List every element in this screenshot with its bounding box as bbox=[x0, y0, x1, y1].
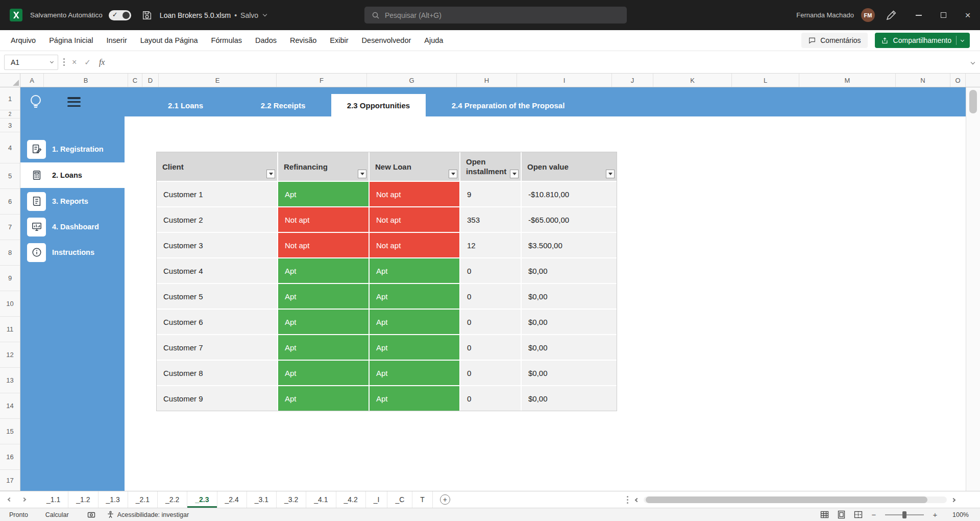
maximize-button[interactable] bbox=[931, 0, 955, 30]
sheet-tab-c[interactable]: _C bbox=[387, 491, 412, 508]
nav-tab-receipts[interactable]: 2.2 Receipts bbox=[247, 94, 319, 116]
new-loan-cell[interactable]: Not apt bbox=[370, 182, 459, 206]
comments-button[interactable]: Comentários bbox=[801, 33, 867, 48]
row-header-16[interactable]: 16 bbox=[0, 444, 20, 470]
new-loan-cell[interactable]: Apt bbox=[370, 310, 459, 334]
new-loan-cell[interactable]: Apt bbox=[370, 361, 459, 385]
filter-dropdown-icon[interactable] bbox=[510, 170, 519, 178]
open-installment-cell[interactable]: 353 bbox=[460, 207, 521, 232]
editing-pen-icon[interactable] bbox=[885, 9, 897, 21]
refinancing-cell[interactable]: Apt bbox=[278, 335, 369, 360]
client-cell[interactable]: Customer 7 bbox=[157, 335, 277, 360]
open-value-cell[interactable]: $3.500,00 bbox=[522, 233, 617, 257]
open-value-cell[interactable]: $0,00 bbox=[522, 386, 617, 411]
refinancing-cell[interactable]: Apt bbox=[278, 310, 369, 334]
refinancing-cell[interactable]: Apt bbox=[278, 182, 369, 206]
autosave-toggle[interactable]: ✓ bbox=[109, 10, 131, 20]
ribbon-tab-arquivo[interactable]: Arquivo bbox=[4, 36, 42, 44]
row-header-6[interactable]: 6 bbox=[0, 189, 20, 215]
new-loan-cell[interactable]: Apt bbox=[370, 335, 459, 360]
row-header-3[interactable]: 3 bbox=[0, 119, 20, 132]
sheet-tab-3-1[interactable]: _3.1 bbox=[247, 491, 277, 508]
column-header-n[interactable]: N bbox=[896, 74, 950, 87]
new-loan-cell[interactable]: Apt bbox=[370, 258, 459, 283]
open-value-cell[interactable]: $0,00 bbox=[522, 310, 617, 334]
open-installment-cell[interactable]: 0 bbox=[460, 335, 521, 360]
ribbon-tab-exibir[interactable]: Exibir bbox=[323, 36, 355, 44]
ribbon-tab-pagina-inicial[interactable]: Página Inicial bbox=[42, 36, 100, 44]
sidebar-item-loans[interactable]: 2. Loans bbox=[20, 162, 125, 188]
open-installment-cell[interactable]: 0 bbox=[460, 284, 521, 309]
filter-dropdown-icon[interactable] bbox=[358, 170, 366, 178]
new-loan-cell[interactable]: Apt bbox=[370, 284, 459, 309]
client-cell[interactable]: Customer 5 bbox=[157, 284, 277, 309]
row-header-14[interactable]: 14 bbox=[0, 393, 20, 419]
vertical-scrollbar[interactable] bbox=[966, 87, 980, 491]
column-header-j[interactable]: J bbox=[612, 74, 653, 87]
refinancing-cell[interactable]: Not apt bbox=[278, 207, 369, 232]
new-loan-cell[interactable]: Apt bbox=[370, 386, 459, 411]
client-cell[interactable]: Customer 9 bbox=[157, 386, 277, 411]
column-header-f[interactable]: F bbox=[277, 74, 367, 87]
insert-function-button[interactable]: fx bbox=[99, 58, 105, 67]
expand-formula-bar-button[interactable] bbox=[966, 61, 980, 64]
new-loan-cell[interactable]: Not apt bbox=[370, 207, 459, 232]
row-header-11[interactable]: 11 bbox=[0, 317, 20, 342]
sidebar-item-dashboard[interactable]: 4. Dashboard bbox=[20, 214, 125, 240]
new-sheet-button[interactable]: + bbox=[440, 494, 450, 505]
save-icon[interactable] bbox=[141, 10, 153, 21]
filter-dropdown-icon[interactable] bbox=[449, 170, 457, 178]
table-header-client[interactable]: Client bbox=[157, 152, 277, 181]
close-button[interactable]: × bbox=[955, 0, 980, 30]
refinancing-cell[interactable]: Apt bbox=[278, 258, 369, 283]
select-all-corner[interactable] bbox=[0, 74, 20, 87]
table-header-new-loan[interactable]: New Loan bbox=[370, 152, 459, 181]
refinancing-cell[interactable]: Apt bbox=[278, 284, 369, 309]
search-input[interactable] bbox=[385, 11, 599, 19]
column-header-l[interactable]: L bbox=[732, 74, 799, 87]
sheet-tab-1-2[interactable]: _1.2 bbox=[68, 491, 98, 508]
sheet-tab-3-2[interactable]: _3.2 bbox=[277, 491, 306, 508]
sheet-tab-2-4[interactable]: _2.4 bbox=[217, 491, 247, 508]
ribbon-tab-formulas[interactable]: Fórmulas bbox=[205, 36, 249, 44]
refinancing-cell[interactable]: Apt bbox=[278, 386, 369, 411]
sheet-tab-2-1[interactable]: _2.1 bbox=[128, 491, 158, 508]
avatar[interactable]: FM bbox=[861, 8, 875, 22]
sidebar-item-reports[interactable]: 3. Reports bbox=[20, 188, 125, 214]
calculate-status[interactable]: Calcular bbox=[45, 511, 69, 518]
horizontal-scrollbar[interactable] bbox=[644, 496, 947, 503]
client-cell[interactable]: Customer 4 bbox=[157, 258, 277, 283]
sheet-tab-4-2[interactable]: _4.2 bbox=[336, 491, 366, 508]
open-installment-cell[interactable]: 9 bbox=[460, 182, 521, 206]
row-header-8[interactable]: 8 bbox=[0, 240, 20, 266]
open-value-cell[interactable]: -$10.810,00 bbox=[522, 182, 617, 206]
row-header-15[interactable]: 15 bbox=[0, 419, 20, 444]
open-installment-cell[interactable]: 0 bbox=[460, 361, 521, 385]
formula-input[interactable] bbox=[113, 51, 966, 73]
accessibility-icon[interactable] bbox=[107, 511, 114, 518]
sheet-tab-2-3[interactable]: _2.3 bbox=[187, 491, 217, 508]
row-header-17[interactable]: 17 bbox=[0, 470, 20, 491]
column-header-g[interactable]: G bbox=[367, 74, 457, 87]
row-header-7[interactable]: 7 bbox=[0, 215, 20, 240]
tab-area-resize-handle[interactable] bbox=[627, 496, 628, 504]
ribbon-tab-dados[interactable]: Dados bbox=[249, 36, 283, 44]
page-break-view-icon[interactable] bbox=[854, 510, 863, 519]
row-header-2[interactable]: 2 bbox=[0, 110, 20, 119]
share-button[interactable]: Compartilhamento bbox=[875, 33, 970, 48]
open-installment-cell[interactable]: 0 bbox=[460, 310, 521, 334]
sidebar-item-instructions[interactable]: Instructions bbox=[20, 240, 125, 265]
nav-tab-opportunities[interactable]: 2.3 Opportunities bbox=[331, 94, 426, 116]
open-value-cell[interactable]: $0,00 bbox=[522, 284, 617, 309]
hamburger-menu-icon[interactable] bbox=[67, 97, 81, 107]
new-loan-cell[interactable]: Not apt bbox=[370, 233, 459, 257]
sheet-tab-2-2[interactable]: _2.2 bbox=[158, 491, 187, 508]
column-header-d[interactable]: D bbox=[142, 74, 159, 87]
client-cell[interactable]: Customer 2 bbox=[157, 207, 277, 232]
row-header-1[interactable]: 1 bbox=[0, 87, 20, 110]
sheet-tab-1-3[interactable]: _1.3 bbox=[99, 491, 128, 508]
column-header-c[interactable]: C bbox=[128, 74, 142, 87]
sheet-nav-right-icon[interactable] bbox=[22, 498, 26, 502]
open-value-cell[interactable]: -$65.000,00 bbox=[522, 207, 617, 232]
zoom-slider-thumb[interactable] bbox=[902, 511, 906, 518]
